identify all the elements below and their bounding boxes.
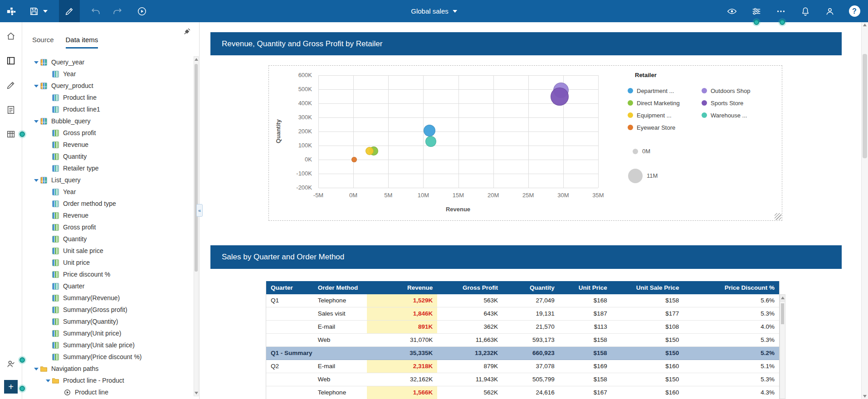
preview-button[interactable]	[724, 4, 740, 19]
collapse-arrow-icon[interactable]	[32, 84, 40, 88]
tree-item-summary-quantity[interactable]: Summary(Quantity)	[22, 316, 193, 327]
tree-item-revenue[interactable]: Revenue	[22, 139, 193, 151]
column-header-order-method[interactable]: Order Method	[313, 281, 367, 294]
help-button[interactable]: ?	[847, 4, 862, 19]
table-row[interactable]: Q2E-mail2,318K879K37,078$169$1605.1%	[266, 360, 779, 373]
tree-item-product-line-product[interactable]: Product line - Product	[22, 375, 193, 386]
guide-dot[interactable]	[754, 19, 759, 25]
save-button[interactable]	[26, 4, 42, 19]
tree-item-summary-gross-profit[interactable]: Summary(Gross profit)	[22, 304, 193, 316]
bubble-warehouse[interactable]	[425, 136, 436, 147]
panel-scrollbar[interactable]	[194, 56, 199, 396]
tree-item-query-product[interactable]: Query_product	[22, 80, 193, 92]
notifications-button[interactable]	[798, 4, 813, 19]
guide-dot[interactable]	[780, 19, 785, 25]
legend-item-department[interactable]: Department ...	[628, 87, 674, 94]
bubble-eyewear-store[interactable]	[351, 157, 357, 162]
tree-item-year[interactable]: Year	[22, 186, 193, 198]
add-button[interactable]: +	[4, 380, 18, 394]
collapse-arrow-icon[interactable]	[32, 178, 40, 182]
tree-item-bubble-query[interactable]: Bubble_query	[22, 115, 193, 127]
summary-row[interactable]: Q1 - Summary35,335K13,232K660,923$158$15…	[266, 347, 779, 360]
column-header-unit-price[interactable]: Unit Price	[559, 281, 612, 294]
account-status-button[interactable]	[4, 357, 18, 371]
column-header-gross-profit[interactable]: Gross Profit	[437, 281, 502, 294]
sales-table[interactable]: QuarterOrder MethodRevenueGross ProfitQu…	[266, 281, 780, 399]
tab-source[interactable]: Source	[32, 36, 54, 49]
legend-item-eyewear-store[interactable]: Eyewear Store	[628, 124, 675, 131]
collapse-arrow-icon[interactable]	[44, 379, 52, 382]
scroll-up-box[interactable]	[780, 295, 785, 302]
scroll-down-arrow[interactable]	[195, 392, 198, 394]
tree-item-product-line[interactable]: Product line	[22, 92, 193, 103]
table-scrollbar[interactable]	[780, 294, 785, 399]
redo-button[interactable]	[110, 4, 125, 19]
scroll-down-arrow[interactable]	[863, 395, 867, 398]
tree-item-gross-profit[interactable]: Gross profit	[22, 127, 193, 139]
column-header-unit-sale-price[interactable]: Unit Sale Price	[612, 281, 684, 294]
pin-button[interactable]	[183, 28, 191, 37]
save-menu-caret[interactable]	[42, 4, 49, 19]
scroll-up-arrow[interactable]	[195, 58, 198, 61]
panel-collapse-handle[interactable]: «	[196, 204, 203, 217]
filters-button[interactable]	[749, 4, 764, 19]
canvas-scrollbar[interactable]	[861, 22, 868, 399]
tree-item-product-line1[interactable]: Product line1	[22, 103, 193, 115]
account-button[interactable]	[822, 4, 838, 19]
tree-item-quarter[interactable]: Quarter	[22, 280, 193, 292]
guide-dot[interactable]	[20, 386, 25, 391]
chart-body[interactable]: Quantity Revenue Retailer Department ...…	[210, 55, 842, 226]
tree-item-unit-price[interactable]: Unit price	[22, 257, 193, 268]
resize-handle[interactable]	[775, 213, 781, 220]
tree-item-gross-profit[interactable]: Gross profit	[22, 221, 193, 233]
table-row[interactable]: Q1Telephone1,529K563K27,049$168$1585.6%	[266, 294, 779, 307]
tree-item-summary-price-discount[interactable]: Summary(Price discount %)	[22, 351, 193, 363]
table-row[interactable]: Telephone1,566K562K24,616$167$1604.3%	[266, 386, 779, 399]
tree-item-summary-unit-sale-price[interactable]: Summary(Unit sale price)	[22, 339, 193, 351]
scrollbar-thumb[interactable]	[863, 54, 867, 158]
nav-home-button[interactable]	[4, 29, 18, 43]
tree-item-product-line[interactable]: Product line	[22, 386, 193, 398]
guide-dot[interactable]	[20, 357, 25, 363]
table-row[interactable]: Sales visit1,846K643K19,131$187$1775.3%	[266, 307, 779, 321]
legend-item-outdoors-shop[interactable]: Outdoors Shop	[702, 87, 750, 94]
column-header-quantity[interactable]: Quantity	[502, 281, 559, 294]
nav-data-table-button[interactable]	[4, 127, 18, 141]
tree-item-summary-unit-price[interactable]: Summary(Unit price)	[22, 327, 193, 339]
more-button[interactable]	[773, 4, 789, 19]
guide-dot[interactable]	[20, 131, 25, 137]
run-button[interactable]	[134, 4, 150, 19]
bubble-sports-store[interactable]	[551, 88, 569, 106]
undo-button[interactable]	[88, 4, 103, 19]
tree-item-order-method-type[interactable]: Order method type	[22, 198, 193, 209]
legend-item-warehouse[interactable]: Warehouse ...	[702, 112, 747, 119]
tree-item-price-discount[interactable]: Price discount %	[22, 268, 193, 280]
nav-pages-button[interactable]	[4, 54, 18, 68]
legend-item-sports-store[interactable]: Sports Store	[702, 99, 743, 107]
collapse-arrow-icon[interactable]	[32, 60, 40, 64]
table-row[interactable]: Web32,162K11,943K505,799$158$1505.3%	[266, 373, 779, 386]
scroll-up-arrow[interactable]	[863, 24, 867, 26]
tree-item-unit-sale-price[interactable]: Unit sale price	[22, 245, 193, 257]
table-row[interactable]: Web31,070K11,663K593,173$158$1505.3%	[266, 334, 779, 347]
tree-item-list-query[interactable]: List_query	[22, 174, 193, 186]
collapse-arrow-icon[interactable]	[32, 119, 40, 123]
nav-edit-button[interactable]	[4, 78, 18, 92]
nav-report-button[interactable]	[4, 103, 18, 117]
tree-item-year[interactable]: Year	[22, 68, 193, 80]
tree-item-revenue[interactable]: Revenue	[22, 209, 193, 221]
column-header-revenue[interactable]: Revenue	[367, 281, 438, 294]
tree-item-quantity[interactable]: Quantity	[22, 151, 193, 162]
tree-item-retailer-type[interactable]: Retailer type	[22, 162, 193, 174]
collapse-arrow-icon[interactable]	[32, 367, 40, 370]
tree-item-summary-revenue[interactable]: Summary(Revenue)	[22, 292, 193, 304]
bubble-equipment[interactable]	[366, 147, 374, 155]
scrollbar-thumb[interactable]	[781, 303, 784, 324]
tab-data-items[interactable]: Data items	[66, 36, 98, 49]
tree-item-navigation-paths[interactable]: Navigation paths	[22, 363, 193, 375]
scrollbar-thumb[interactable]	[195, 64, 198, 272]
legend-item-direct-marketing[interactable]: Direct Marketing	[628, 99, 680, 107]
app-logo[interactable]	[4, 4, 19, 19]
column-header-price-discount[interactable]: Price Discount %	[683, 281, 779, 294]
tree-item-quantity[interactable]: Quantity	[22, 233, 193, 245]
